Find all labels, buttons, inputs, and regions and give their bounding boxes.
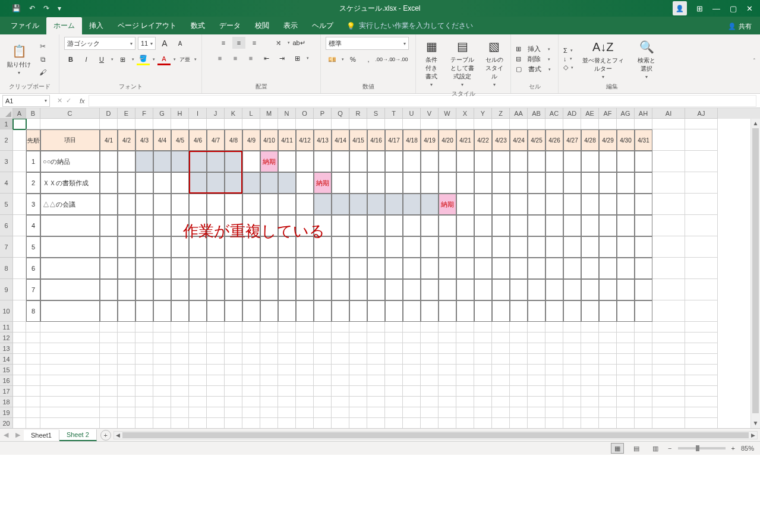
cell[interactable] (492, 386, 510, 397)
cell[interactable] (635, 258, 652, 279)
cell[interactable] (510, 236, 528, 258)
scroll-left-icon[interactable]: ◀ (114, 432, 122, 438)
cell[interactable] (599, 215, 617, 236)
cell[interactable] (118, 332, 135, 343)
cell[interactable] (349, 407, 367, 418)
font-color-icon[interactable]: A (157, 53, 171, 65)
cell[interactable] (403, 279, 421, 300)
cell[interactable] (439, 407, 456, 418)
cell[interactable] (332, 332, 349, 343)
cell[interactable] (403, 215, 421, 236)
cell[interactable] (635, 418, 652, 429)
col-header-W[interactable]: W (439, 108, 456, 119)
cell[interactable] (296, 236, 314, 258)
cell[interactable] (456, 354, 474, 365)
cell[interactable] (189, 354, 207, 365)
cell[interactable] (528, 194, 545, 215)
cell[interactable] (652, 300, 685, 322)
cell[interactable]: 4/26 (545, 129, 563, 151)
cell[interactable] (118, 194, 135, 215)
cell[interactable] (652, 215, 685, 236)
cell[interactable] (456, 375, 474, 386)
cell[interactable] (332, 365, 349, 375)
cell[interactable] (207, 418, 225, 429)
cell[interactable] (403, 343, 421, 354)
cell[interactable] (510, 300, 528, 322)
cell[interactable] (599, 279, 617, 300)
cell[interactable] (171, 407, 189, 418)
cell[interactable] (421, 300, 439, 322)
cell[interactable] (189, 151, 207, 172)
cell[interactable] (385, 279, 403, 300)
cell[interactable] (385, 194, 403, 215)
cell[interactable] (492, 215, 510, 236)
cell[interactable] (135, 418, 153, 429)
cell[interactable] (421, 258, 439, 279)
cell[interactable] (153, 397, 171, 407)
cell[interactable] (635, 365, 652, 375)
cell[interactable] (171, 332, 189, 343)
cell[interactable] (652, 418, 685, 429)
cell[interactable] (100, 365, 118, 375)
cell[interactable] (474, 332, 492, 343)
cell[interactable]: 2 (26, 172, 40, 194)
cell[interactable] (528, 172, 545, 194)
cell[interactable] (100, 397, 118, 407)
cell[interactable] (260, 119, 278, 129)
cell[interactable] (599, 322, 617, 332)
save-icon[interactable]: 💾 (12, 4, 21, 12)
cell[interactable] (314, 407, 332, 418)
cell[interactable] (492, 418, 510, 429)
cell[interactable] (260, 418, 278, 429)
cell[interactable] (40, 407, 100, 418)
cell[interactable] (207, 354, 225, 365)
cell[interactable] (332, 322, 349, 332)
cell[interactable] (332, 151, 349, 172)
cell[interactable] (367, 375, 385, 386)
cell[interactable] (456, 332, 474, 343)
cell[interactable] (385, 215, 403, 236)
cell[interactable]: 4/14 (332, 129, 349, 151)
enter-formula-icon[interactable]: ✓ (66, 97, 71, 104)
cell[interactable] (456, 236, 474, 258)
col-header-X[interactable]: X (456, 108, 474, 119)
cell[interactable] (563, 365, 581, 375)
cell[interactable] (189, 407, 207, 418)
cell[interactable] (242, 418, 260, 429)
cell[interactable] (153, 354, 171, 365)
cell[interactable]: 1 (26, 151, 40, 172)
cell[interactable] (171, 119, 189, 129)
percent-format-icon[interactable]: % (346, 53, 359, 65)
cell[interactable] (599, 386, 617, 397)
cell[interactable] (617, 397, 635, 407)
cell[interactable] (118, 300, 135, 322)
cell[interactable] (153, 119, 171, 129)
cell[interactable] (385, 300, 403, 322)
cell[interactable]: 4/10 (260, 129, 278, 151)
cell[interactable] (40, 322, 100, 332)
cell[interactable] (314, 354, 332, 365)
cell[interactable] (474, 365, 492, 375)
cell[interactable] (581, 386, 599, 397)
cell[interactable] (403, 365, 421, 375)
cell[interactable] (652, 407, 685, 418)
cell[interactable] (349, 119, 367, 129)
cell[interactable] (492, 343, 510, 354)
cell[interactable] (474, 172, 492, 194)
sheet-nav-next-icon[interactable]: ▶ (12, 431, 24, 439)
cell[interactable] (528, 279, 545, 300)
cell[interactable] (367, 407, 385, 418)
cell[interactable] (153, 365, 171, 375)
font-name-select[interactable]: 游ゴシック▾ (64, 37, 135, 50)
cell[interactable] (225, 215, 242, 236)
name-box[interactable]: A1▾ (2, 95, 50, 107)
cell[interactable] (13, 215, 26, 236)
cell[interactable] (652, 322, 685, 332)
cell[interactable] (545, 397, 563, 407)
cell[interactable] (278, 300, 296, 322)
cell[interactable] (652, 172, 685, 194)
cell[interactable] (474, 215, 492, 236)
format-painter-icon[interactable]: 🖌 (37, 67, 49, 78)
cell[interactable] (385, 375, 403, 386)
cell[interactable] (296, 279, 314, 300)
